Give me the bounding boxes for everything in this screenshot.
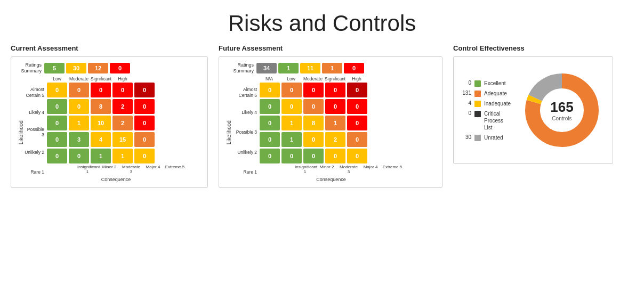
fcol-low: Low (281, 76, 301, 81)
legend-count-excellent: 0 (462, 80, 471, 86)
fcell-3-4: 1 (325, 116, 345, 130)
current-matrix-container: RatingsSummary 5 30 12 0 Low Moderate Si… (17, 62, 202, 182)
fcell-5-2: 0 (281, 83, 302, 97)
current-ratings-label: RatingsSummary (17, 62, 44, 74)
legend-text-excellent: Excellent (484, 80, 506, 87)
fcell-1-2: 0 (281, 149, 302, 163)
rating-cell-low: 5 (44, 63, 65, 73)
legend-text-unrated: Unrated (484, 134, 503, 141)
current-grid: 0 0 0 0 0 0 0 8 2 (47, 83, 185, 163)
current-consequence-label: Consequence (47, 177, 185, 182)
current-consequence-sub-labels: Insignificant 1 Minor 2 Moderate 3 Major… (77, 165, 185, 175)
fcell-2-4: 2 (325, 132, 345, 147)
control-legend: 0 Excellent 131 Adequate 4 Inadequate (462, 80, 511, 141)
cell-5-3: 0 (91, 83, 111, 97)
rating-cell-moderate: 30 (66, 63, 86, 73)
matrix-row-4: 0 0 8 2 0 (47, 99, 185, 114)
matrix-row-1: 0 0 1 1 0 (47, 149, 185, 163)
fcell-4-1: 0 (260, 99, 280, 114)
fmatrix-row-1: 0 0 0 0 0 (260, 149, 402, 163)
fcell-5-3: 0 (303, 83, 324, 97)
cell-3-5: 0 (134, 116, 155, 130)
future-rating-low: 1 (278, 63, 299, 73)
donut-chart: 165 Controls (519, 68, 605, 153)
legend-count-unrated: 30 (462, 134, 471, 140)
fcol-moderate: Moderate (303, 76, 323, 81)
legend-text-critical: Critical ProcessList (484, 110, 511, 131)
csub-5: Extreme 5 (165, 165, 185, 175)
legend-swatch-adequate (474, 91, 481, 97)
future-assessment-section: Future Assessment RatingsSummary 34 1 11… (219, 44, 442, 188)
future-rating-na: 34 (256, 63, 277, 73)
cell-4-1: 0 (47, 99, 67, 114)
legend-item-critical: 0 Critical ProcessList (462, 110, 511, 131)
cell-1-1: 0 (47, 149, 67, 163)
row-label-possible: Possible 3 (24, 125, 47, 140)
cell-1-4: 1 (112, 149, 133, 163)
fcell-4-4: 0 (325, 99, 345, 114)
cell-2-4: 15 (112, 132, 133, 147)
fmatrix-row-3: 0 1 8 1 0 (260, 116, 402, 130)
matrix-row-5: 0 0 0 0 0 (47, 83, 185, 97)
fcsub-2: Minor 2 (317, 165, 337, 175)
future-rating-moderate: 11 (300, 63, 320, 73)
cell-3-2: 1 (69, 116, 89, 130)
cell-4-3: 8 (91, 99, 111, 114)
fcsub-3: Moderate 3 (339, 165, 359, 175)
current-assessment-label: Current Assessment (11, 44, 208, 52)
future-assessment-label: Future Assessment (219, 44, 442, 52)
donut-center: 165 Controls (550, 99, 573, 121)
fcell-3-1: 0 (260, 116, 280, 130)
matrix-row-2: 0 3 4 15 0 (47, 132, 185, 147)
col-header-significant: Significant (91, 76, 111, 81)
fmatrix-row-5: 0 0 0 0 0 (260, 83, 402, 97)
matrix-row-3: 0 1 10 2 0 (47, 116, 185, 130)
fcell-4-5: 0 (347, 99, 367, 114)
donut-total-label: Controls (550, 116, 573, 121)
future-rating-significant: 1 (322, 63, 342, 73)
donut-total-number: 165 (550, 99, 573, 116)
current-likelihood-label: Likelihood (17, 83, 24, 182)
current-matrix-body: Likelihood AlmostCertain 5 Likely 4 Poss… (17, 83, 202, 182)
row-label-rare: Rare 1 (24, 165, 47, 179)
cell-2-3: 4 (91, 132, 111, 147)
legend-item-inadequate: 4 Inadequate (462, 100, 511, 107)
control-effectiveness-section: Control Effectiveness 0 Excellent 131 Ad… (453, 44, 613, 164)
fcell-4-2: 0 (281, 99, 302, 114)
cell-2-5: 0 (134, 132, 155, 147)
current-row-labels: AlmostCertain 5 Likely 4 Possible 3 Unli… (24, 83, 47, 182)
fcell-2-5: 0 (347, 132, 367, 147)
legend-item-unrated: 30 Unrated (462, 134, 511, 141)
future-ratings-label: RatingsSummary (224, 62, 256, 74)
legend-text-inadequate: Inadequate (484, 100, 511, 107)
frow-label-5: AlmostCertain 5 (232, 85, 260, 100)
fmatrix-row-4: 0 0 0 0 0 (260, 99, 402, 114)
fcell-3-3: 8 (303, 116, 324, 130)
fcell-4-3: 0 (303, 99, 324, 114)
legend-count-inadequate: 4 (462, 100, 471, 106)
fcell-5-4: 0 (325, 83, 345, 97)
row-label-unlikely: Unlikely 2 (24, 145, 47, 160)
future-matrix-container: RatingsSummary 34 1 11 1 0 N/A Low Moder… (224, 62, 437, 182)
rating-cell-significant: 12 (88, 63, 108, 73)
col-header-moderate: Moderate (69, 76, 89, 81)
fcsub-1: Insignificant 1 (295, 165, 315, 175)
legend-count-adequate: 131 (462, 90, 471, 96)
row-label-almost-certain: AlmostCertain 5 (24, 85, 47, 100)
future-assessment-panel: RatingsSummary 34 1 11 1 0 N/A Low Moder… (219, 56, 442, 188)
rating-cell-high: 0 (110, 63, 130, 73)
fcell-2-3: 0 (303, 132, 324, 147)
fcol-high: High (347, 76, 367, 81)
fcol-na: N/A (259, 76, 279, 81)
future-ratings-cells: 34 1 11 1 0 (256, 63, 364, 73)
cell-4-5: 0 (134, 99, 155, 114)
frow-label-1: Rare 1 (232, 165, 260, 179)
future-likelihood-label: Likelihood (224, 83, 232, 182)
legend-swatch-inadequate (474, 101, 481, 107)
fcell-5-5: 0 (347, 83, 367, 97)
future-consequence-label: Consequence (260, 177, 402, 182)
fcol-significant: Significant (325, 76, 345, 81)
future-row-labels: AlmostCertain 5 Likely 4 Possible 3 Unli… (232, 83, 260, 182)
legend-item-adequate: 131 Adequate (462, 90, 511, 97)
current-ratings-row: RatingsSummary 5 30 12 0 (17, 62, 202, 74)
